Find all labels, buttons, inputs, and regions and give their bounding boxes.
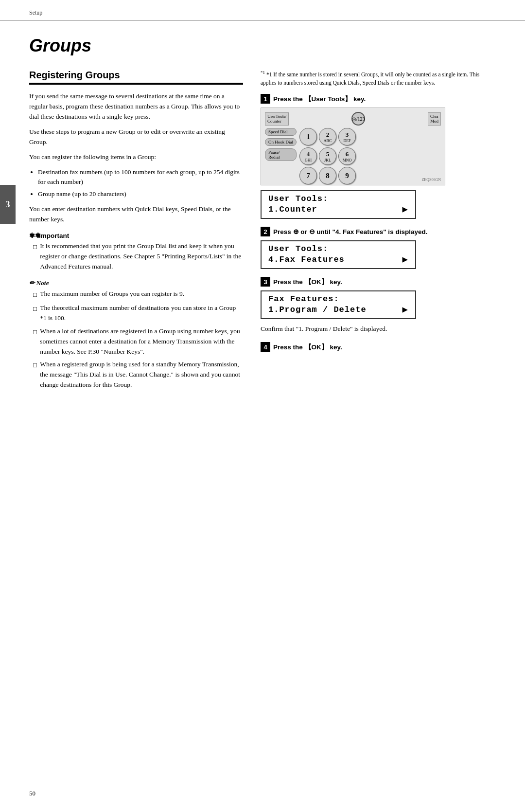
note-title: ✏ Note xyxy=(29,279,243,287)
step-4: 4 Press the 【OK】 key. xyxy=(261,342,496,352)
dial-circle-icon: ◎/123 xyxy=(351,112,365,126)
feature-list: Destination fax numbers (up to 100 numbe… xyxy=(38,167,243,200)
note-item-1: □ The maximum number of Groups you can r… xyxy=(29,289,243,300)
usertool-counter-key: UserTools/Counter xyxy=(265,112,289,126)
check-icon: □ xyxy=(33,304,37,324)
intro-para1: If you send the same message to several … xyxy=(29,91,243,122)
step-1-label: 1 Press the 【User Tools】 key. xyxy=(261,94,496,104)
lcd2-line1: User Tools: xyxy=(268,244,408,253)
key-3: 3DEF xyxy=(338,128,356,145)
main-content: Groups Registering Groups If you send th… xyxy=(0,21,525,413)
bullet-item-2: Group name (up to 20 characters) xyxy=(38,189,243,199)
lcd3-line2: 1.Program / Delete ▶ xyxy=(268,304,408,315)
page-title: Groups xyxy=(29,36,496,56)
important-text-1: It is recommended that you print the Gro… xyxy=(40,241,243,272)
left-column: Registering Groups If you send the same … xyxy=(29,70,243,393)
note-item-3: □ When a lot of destinations are registe… xyxy=(29,326,243,357)
step-3-text: Press the 【OK】 key. xyxy=(273,278,342,287)
two-column-layout: Registering Groups If you send the same … xyxy=(29,70,496,393)
note-item-4: □ When a registered group is being used … xyxy=(29,360,243,390)
step-4-number: 4 xyxy=(261,342,270,352)
note-item-2: □ The theoretical maximum number of dest… xyxy=(29,303,243,324)
step-2-label: 2 Press ⊕ or ⊖ until "4. Fax Features" i… xyxy=(261,227,496,236)
number-grid: 1 2ABC 3DEF 4GHI 5JKL 6MNO 7 8 9 xyxy=(299,128,356,184)
intro-para4: You can enter destination numbers with Q… xyxy=(29,204,243,225)
note-text-1: The maximum number of Groups you can reg… xyxy=(40,289,184,300)
bullet-item-1: Destination fax numbers (up to 100 numbe… xyxy=(38,167,243,188)
right-column: *1 *1 If the same number is stored in se… xyxy=(261,70,496,393)
keyboard-image: UserTools/Counter ◎/123 CleaMod xyxy=(261,108,445,185)
breadcrumb: Setup xyxy=(29,9,42,16)
step-2-text: Press ⊕ or ⊖ until "4. Fax Features" is … xyxy=(273,228,427,235)
key-2: 2ABC xyxy=(319,128,336,145)
speed-dial-key: Speed Dial xyxy=(265,128,297,136)
step-2: 2 Press ⊕ or ⊖ until "4. Fax Features" i… xyxy=(261,227,496,269)
lcd-display-2: User Tools: 4.Fax Features ▶ xyxy=(261,240,416,269)
step-1: 1 Press the 【User Tools】 key. UserTools/… xyxy=(261,94,496,219)
footnote: *1 *1 If the same number is stored in se… xyxy=(261,70,496,87)
step-3-confirm: Confirm that "1. Program / Delete" is di… xyxy=(261,324,496,334)
note-text-2: The theoretical maximum number of destin… xyxy=(40,303,243,324)
intro-para3: You can register the following items in … xyxy=(29,152,243,162)
step-1-number: 1 xyxy=(261,94,270,104)
lcd2-arrow: ▶ xyxy=(402,253,408,265)
step-3-label: 3 Press the 【OK】 key. xyxy=(261,277,496,287)
check-icon: □ xyxy=(33,242,37,272)
check-icon: □ xyxy=(33,290,37,300)
step-3-number: 3 xyxy=(261,277,270,287)
key-1: 1 xyxy=(299,128,317,145)
key-9: 9 xyxy=(338,167,356,184)
important-box: ✾ Important □ It is recommended that you… xyxy=(29,232,243,272)
onhook-dial-key: On Hook Dial xyxy=(265,138,297,146)
key-4: 4GHI xyxy=(299,147,317,165)
important-icon: ✾ xyxy=(29,232,37,239)
step-4-label: 4 Press the 【OK】 key. xyxy=(261,342,496,352)
check-icon: □ xyxy=(33,361,37,390)
page-number: 50 xyxy=(29,790,35,797)
tab-number: 3 xyxy=(6,199,10,210)
clear-key: CleaMod xyxy=(428,112,441,126)
step-1-text: Press the 【User Tools】 key. xyxy=(273,95,366,104)
step-4-text: Press the 【OK】 key. xyxy=(273,343,342,352)
key-7: 7 xyxy=(299,167,317,184)
note-text-3: When a lot of destinations are registere… xyxy=(40,326,243,357)
tab-indicator: 3 xyxy=(0,185,16,224)
pencil-icon: ✏ xyxy=(29,279,36,287)
lcd-display-1: User Tools: 1.Counter ▶ xyxy=(261,190,416,219)
pause-redial-key: Pause/Redial xyxy=(265,148,297,161)
lcd1-line1: User Tools: xyxy=(268,194,408,203)
check-icon: □ xyxy=(33,327,37,357)
keyboard-model-label: ZEQS06GN xyxy=(421,178,441,182)
important-label: Important xyxy=(39,232,69,239)
lcd1-line2: 1.Counter ▶ xyxy=(268,203,408,215)
lcd1-arrow: ▶ xyxy=(402,203,408,215)
lcd3-line1: Fax Features: xyxy=(268,294,408,304)
note-box: ✏ Note □ The maximum number of Groups yo… xyxy=(29,279,243,390)
important-title: ✾ Important xyxy=(29,232,243,239)
step-3: 3 Press the 【OK】 key. Fax Features: 1.Pr… xyxy=(261,277,496,334)
lcd3-arrow: ▶ xyxy=(402,304,408,315)
page-wrapper: 3 Setup Groups Registering Groups If you… xyxy=(0,0,525,812)
lcd2-line2: 4.Fax Features ▶ xyxy=(268,253,408,265)
important-item-1: □ It is recommended that you print the G… xyxy=(29,241,243,272)
key-6: 6MNO xyxy=(338,147,356,165)
key-8: 8 xyxy=(319,167,336,184)
page-header: Setup xyxy=(0,0,525,21)
step-2-number: 2 xyxy=(261,227,270,236)
intro-para2: Use these steps to program a new Group o… xyxy=(29,127,243,147)
section-heading: Registering Groups xyxy=(29,70,243,85)
note-text-4: When a registered group is being used fo… xyxy=(40,360,243,390)
key-5: 5JKL xyxy=(319,147,336,165)
lcd-display-3: Fax Features: 1.Program / Delete ▶ xyxy=(261,290,416,319)
